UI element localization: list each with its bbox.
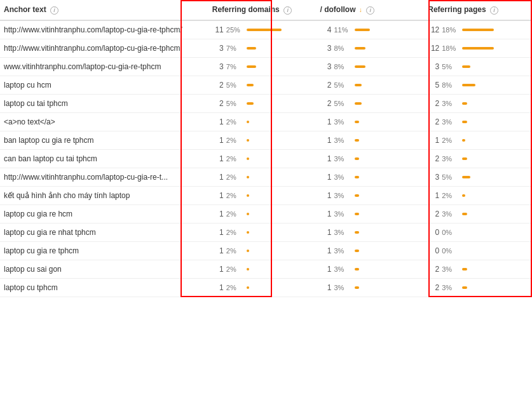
- rp-percent: 5%: [442, 173, 460, 181]
- anchor-text-cell[interactable]: http://www.vitinhtranphu.com/laptop-cu-g…: [0, 20, 208, 39]
- rp-percent: 3%: [442, 100, 460, 107]
- rp-bar-wrap: [462, 84, 500, 86]
- referring-domains-cell: 1 2%: [208, 168, 317, 187]
- df-number: 1: [320, 246, 332, 255]
- rp-number: 0: [428, 228, 439, 237]
- dofollow-info-icon[interactable]: i: [366, 6, 374, 15]
- anchor-text-cell[interactable]: ban laptop cu gia re tphcm: [0, 131, 208, 150]
- anchor-text-cell[interactable]: laptop cu hcm: [0, 76, 208, 95]
- rp-number: 12: [428, 44, 439, 53]
- anchor-text-cell[interactable]: laptop cu gia re nhat tphcm: [0, 224, 208, 242]
- df-percent: 3%: [334, 173, 352, 181]
- table-row: http://www.vitinhtranphu.com/laptop-cu-g…: [0, 20, 532, 39]
- rd-bar: [247, 268, 249, 270]
- dofollow-sort-icon[interactable]: ↓: [359, 6, 362, 13]
- referring-pages-cell: 1 2%: [424, 187, 532, 205]
- rp-percent: 0%: [442, 229, 460, 236]
- anchor-text-cell[interactable]: http://www.vitinhtranphu.com/laptop-cu-g…: [0, 39, 208, 58]
- anchor-text-cell[interactable]: laptop cu sai gon: [0, 260, 208, 279]
- dofollow-cell: 3 8%: [317, 39, 425, 58]
- table-row: laptop cu tai tphcm 2 5% 2 5% 2 3%: [0, 95, 532, 113]
- rd-percent: 2%: [226, 265, 244, 273]
- rp-bar: [462, 213, 467, 215]
- rd-percent: 2%: [226, 155, 244, 163]
- referring-pages-cell: 2 3%: [424, 205, 532, 224]
- rp-bar-wrap: [462, 213, 500, 215]
- dofollow-cell: 2 5%: [317, 76, 425, 95]
- table-row: laptop cu hcm 2 5% 2 5% 5 8%: [0, 76, 532, 95]
- rp-bar-wrap: [462, 286, 500, 289]
- df-bar: [355, 231, 359, 234]
- df-bar: [355, 139, 359, 142]
- df-bar: [355, 213, 359, 215]
- referring-pages-cell: 1 2%: [424, 131, 532, 150]
- rp-bar: [462, 194, 465, 197]
- rp-bar-wrap: [462, 139, 500, 142]
- dofollow-cell: 1 3%: [317, 113, 425, 131]
- rp-bar-wrap: [462, 47, 500, 50]
- rd-number: 1: [212, 265, 224, 274]
- referring-pages-cell: 2 3%: [424, 279, 532, 297]
- rd-bar: [247, 121, 249, 123]
- rp-bar-wrap: [462, 176, 500, 178]
- table-row: laptop cu tphcm 1 2% 1 3% 2 3%: [0, 279, 532, 297]
- df-bar-wrap: [355, 65, 393, 68]
- referring-domains-cell: 2 5%: [208, 76, 317, 95]
- df-bar-wrap: [355, 250, 393, 252]
- dofollow-cell: 3 8%: [317, 58, 425, 76]
- anchor-text-cell[interactable]: www.vitinhtranphu.com/laptop-cu-gia-re-t…: [0, 58, 208, 76]
- df-number: 1: [320, 228, 332, 237]
- rd-number: 2: [212, 99, 224, 108]
- dofollow-cell: 1 3%: [317, 224, 425, 242]
- anchor-text-cell[interactable]: laptop cu tai tphcm: [0, 95, 208, 113]
- anchor-text-info-icon[interactable]: i: [50, 6, 58, 15]
- rd-bar-wrap: [247, 231, 285, 234]
- rp-bar: [462, 121, 467, 123]
- rd-percent: 2%: [226, 284, 244, 291]
- table-row: laptop cu gia re hcm 1 2% 1 3% 2 3%: [0, 205, 532, 224]
- referring-pages-cell: 0 0%: [424, 224, 532, 242]
- referring-domains-cell: 3 7%: [208, 39, 317, 58]
- df-number: 1: [320, 265, 332, 274]
- referring-pages-info-icon[interactable]: i: [490, 6, 498, 15]
- rp-number: 1: [428, 136, 439, 145]
- anchor-text-cell[interactable]: can ban laptop cu tai tphcm: [0, 150, 208, 168]
- df-percent: 3%: [334, 284, 352, 291]
- rd-bar-wrap: [247, 121, 285, 123]
- df-number: 3: [320, 44, 332, 53]
- referring-domains-cell: 1 2%: [208, 224, 317, 242]
- referring-domains-cell: 1 2%: [208, 260, 317, 279]
- rp-number: 2: [428, 154, 439, 163]
- anchor-text-cell[interactable]: laptop cu gia re hcm: [0, 205, 208, 224]
- referring-pages-cell: 12 18%: [424, 20, 532, 39]
- df-percent: 5%: [334, 81, 352, 89]
- df-number: 1: [320, 136, 332, 145]
- df-bar: [355, 121, 359, 123]
- rp-percent: 3%: [442, 265, 460, 273]
- referring-pages-cell: 12 18%: [424, 39, 532, 58]
- df-percent: 3%: [334, 210, 352, 218]
- df-bar: [355, 268, 359, 270]
- df-number: 1: [320, 173, 332, 182]
- anchor-text-cell[interactable]: kết quả hình ảnh cho máy tính laptop: [0, 187, 208, 205]
- referring-pages-cell: 0 0%: [424, 242, 532, 260]
- df-number: 4: [320, 25, 332, 34]
- anchor-text-cell[interactable]: laptop cu tphcm: [0, 279, 208, 297]
- rd-bar-wrap: [247, 213, 285, 215]
- anchor-text-cell[interactable]: laptop cu gia re tphcm: [0, 242, 208, 260]
- main-table-wrapper: Anchor text i Referring domains i / dofo…: [0, 0, 532, 297]
- anchor-text-cell[interactable]: http://www.vitinhtranphu.com/laptop-cu-g…: [0, 168, 208, 187]
- referring-domains-info-icon[interactable]: i: [283, 6, 292, 15]
- rp-number: 0: [428, 246, 439, 255]
- df-bar-wrap: [355, 121, 393, 123]
- rd-bar-wrap: [247, 139, 285, 142]
- rp-number: 2: [428, 283, 439, 292]
- df-number: 1: [320, 210, 332, 218]
- df-bar-wrap: [355, 139, 393, 142]
- referring-domains-cell: 1 2%: [208, 131, 317, 150]
- referring-pages-cell: 3 5%: [424, 58, 532, 76]
- anchor-text-table: Anchor text i Referring domains i / dofo…: [0, 0, 532, 297]
- anchor-text-cell[interactable]: <a>no text</a>: [0, 113, 208, 131]
- rd-bar: [247, 84, 254, 86]
- table-row: http://www.vitinhtranphu.com/laptop-cu-g…: [0, 39, 532, 58]
